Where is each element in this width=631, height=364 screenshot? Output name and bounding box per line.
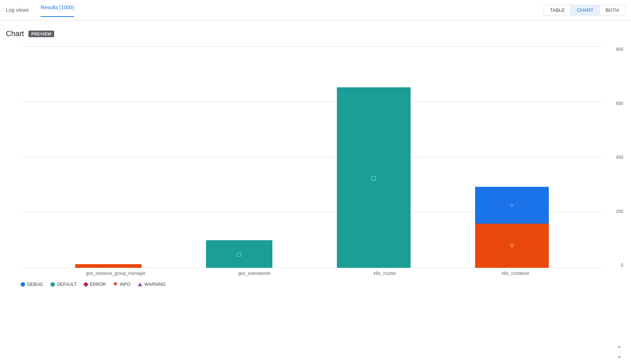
chart-view-button[interactable]: CHART — [571, 5, 600, 15]
square-icon-large: ▢ — [371, 174, 376, 181]
both-view-button[interactable]: BOTH — [600, 5, 625, 15]
y-label-200: 200 — [616, 209, 623, 214]
chart-title: Chart — [6, 29, 24, 38]
bar-segment-debug-container: ○ — [475, 187, 549, 224]
results-tab[interactable]: Results (1000) — [41, 4, 74, 17]
bar-stack-gce-subnetwork: ▢ — [206, 240, 272, 268]
main-content: Chart PREVIEW 800 600 400 200 0 — [0, 21, 631, 303]
chart-legend: DEBUG DEFAULT ERROR INFO WARNING — [21, 276, 603, 287]
legend-info: INFO — [113, 282, 130, 287]
legend-debug: DEBUG — [21, 282, 43, 287]
legend-info-label: INFO — [120, 282, 130, 287]
bar-segment-default: ▢ — [206, 240, 272, 268]
x-label-k8s-cluster: k8s_cluster — [363, 271, 407, 276]
bar-group-gce-instance — [75, 264, 142, 268]
legend-error-label: ERROR — [90, 282, 106, 287]
legend-debug-label: DEBUG — [27, 282, 43, 287]
y-label-600: 600 — [616, 101, 623, 106]
bar-stack-k8s-container: ▽ ○ — [475, 187, 549, 268]
circle-icon: ○ — [510, 202, 514, 209]
table-view-button[interactable]: TABLE — [544, 5, 571, 15]
legend-error: ERROR — [84, 282, 106, 287]
bar-group-gce-subnetwork: ▢ — [206, 240, 272, 268]
bar-segment-info-container: ▽ — [475, 224, 549, 268]
chart-container: 800 600 400 200 0 ▢ — [6, 47, 625, 297]
legend-warning-label: WARNING — [144, 282, 166, 287]
bar-segment-info — [75, 264, 142, 268]
legend-default-label: DEFAULT — [57, 282, 77, 287]
legend-default-icon — [50, 282, 55, 287]
bar-group-k8s-container: ▽ ○ — [475, 187, 549, 268]
x-label-k8s-container: k8s_container — [494, 271, 538, 276]
x-label-gce-instance: gce_instance_group_manager — [86, 271, 146, 276]
chart-header: Chart PREVIEW — [6, 29, 625, 38]
square-icon: ▢ — [237, 251, 241, 257]
legend-default: DEFAULT — [50, 282, 77, 287]
legend-warning-icon — [138, 283, 142, 286]
y-label-800: 800 — [616, 47, 623, 52]
header: Log views Results (1000) TABLE CHART BOT… — [0, 0, 631, 21]
bars-container: ▢ ▢ ▽ — [21, 47, 603, 268]
y-axis-labels: 800 600 400 200 0 — [616, 47, 623, 268]
chart-area: 800 600 400 200 0 ▢ — [21, 47, 603, 268]
triangle-down-icon: ▽ — [510, 242, 514, 249]
bar-stack-k8s-cluster: ▢ — [337, 87, 411, 268]
x-label-gce-subnetwork: gce_subnetwork — [232, 271, 276, 276]
x-axis-labels: gce_instance_group_manager gce_subnetwor… — [21, 268, 603, 276]
y-label-400: 400 — [616, 155, 623, 160]
bar-stack-gce-instance — [75, 264, 142, 268]
view-toggle-group: TABLE CHART BOTH — [544, 5, 625, 15]
bar-segment-default-large: ▢ — [337, 87, 411, 268]
y-label-0: 0 — [616, 263, 623, 268]
log-views-tab[interactable]: Log views — [6, 7, 29, 14]
legend-info-icon — [113, 283, 118, 286]
bar-group-k8s-cluster: ▢ — [337, 87, 411, 268]
preview-badge: PREVIEW — [28, 31, 54, 37]
legend-warning: WARNING — [138, 282, 166, 287]
legend-debug-icon — [21, 282, 25, 287]
legend-error-icon — [83, 282, 88, 287]
